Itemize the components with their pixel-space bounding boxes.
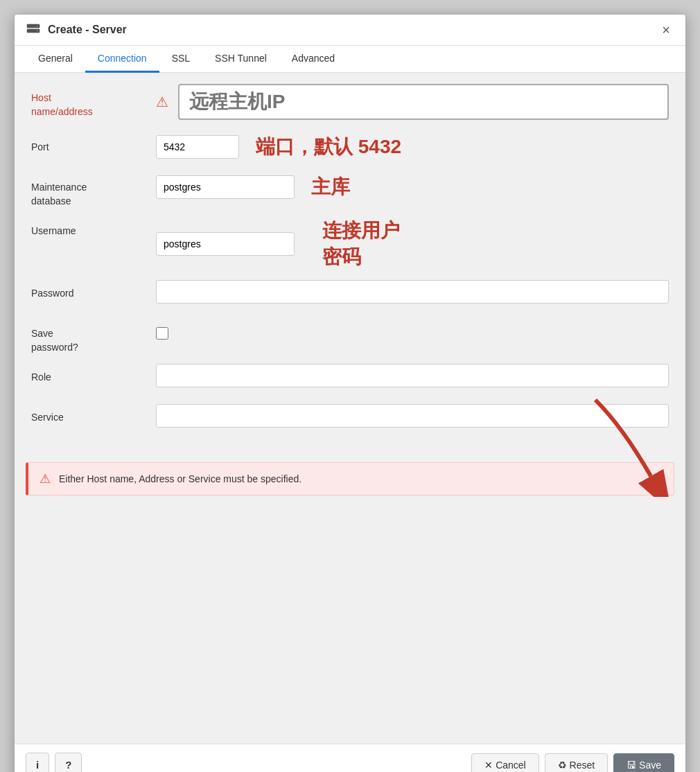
role-label: Role — [31, 364, 156, 385]
username-input[interactable] — [156, 232, 295, 256]
username-annotation: 连接用户 — [322, 218, 400, 244]
error-bar: ⚠ Either Host name, Address or Service m… — [26, 462, 674, 495]
tab-ssl[interactable]: SSL — [159, 46, 202, 73]
password-input[interactable] — [156, 280, 669, 304]
role-row: Role — [31, 364, 669, 394]
dialog-body: Hostname/address ⚠ Port 端口，默认 5432 Maint… — [15, 73, 685, 744]
username-label: Username — [31, 218, 156, 238]
service-input[interactable] — [156, 404, 669, 428]
port-input[interactable] — [156, 135, 239, 159]
server-icon — [26, 22, 41, 37]
error-message: Either Host name, Address or Service mus… — [59, 473, 644, 484]
host-input[interactable] — [178, 84, 669, 120]
tab-advanced[interactable]: Advanced — [279, 46, 347, 73]
role-control-wrap — [156, 364, 669, 387]
svg-point-2 — [37, 26, 38, 27]
error-warning-icon: ⚠ — [40, 471, 51, 486]
username-row: Username 连接用户 密码 — [31, 218, 669, 270]
cancel-button[interactable]: ✕ Cancel — [471, 753, 539, 773]
error-close-button[interactable]: ✕ — [652, 471, 663, 486]
dialog-title-area: Create - Server — [26, 22, 127, 37]
close-button[interactable]: × — [658, 21, 674, 38]
password-control-wrap — [156, 280, 669, 304]
maintenance-db-label: Maintenancedatabase — [31, 174, 156, 208]
host-row: Hostname/address ⚠ — [31, 84, 669, 120]
create-server-dialog: Create - Server × General Connection SSL… — [14, 14, 686, 772]
dialog-footer: i ? ✕ Cancel ♻ Reset 🖫 Save — [15, 744, 685, 772]
save-button[interactable]: 🖫 Save — [613, 753, 674, 773]
role-input[interactable] — [156, 364, 669, 387]
port-control-wrap: 端口，默认 5432 — [156, 134, 669, 160]
info-button[interactable]: i — [26, 753, 49, 772]
service-row: Service — [31, 404, 669, 435]
username-control-wrap: 连接用户 密码 — [156, 218, 669, 270]
form-area: Hostname/address ⚠ Port 端口，默认 5432 Maint… — [15, 73, 685, 455]
maintenance-db-annotation: 主库 — [311, 174, 350, 200]
password-annotation: 密码 — [322, 244, 400, 270]
save-password-row: Savepassword? — [31, 320, 669, 354]
save-password-control-wrap — [156, 320, 669, 340]
help-button[interactable]: ? — [55, 753, 82, 772]
dialog-header: Create - Server × — [15, 15, 685, 46]
maintenance-db-input[interactable] — [156, 175, 295, 199]
footer-right: ✕ Cancel ♻ Reset 🖫 Save — [471, 753, 674, 773]
tab-ssh-tunnel[interactable]: SSH Tunnel — [202, 46, 279, 73]
host-warning-icon: ⚠ — [156, 94, 173, 110]
maintenance-db-control-wrap: 主库 — [156, 174, 669, 200]
host-label: Hostname/address — [31, 85, 156, 119]
port-row: Port 端口，默认 5432 — [31, 134, 669, 164]
save-password-label: Savepassword? — [31, 320, 156, 354]
maintenance-db-row: Maintenancedatabase 主库 — [31, 174, 669, 208]
host-control-wrap: ⚠ — [156, 84, 669, 120]
tabs-bar: General Connection SSL SSH Tunnel Advanc… — [15, 46, 685, 73]
service-label: Service — [31, 404, 156, 425]
service-control-wrap — [156, 404, 669, 428]
dialog-title: Create - Server — [48, 24, 127, 36]
footer-left: i ? — [26, 753, 82, 772]
password-label: Password — [31, 280, 156, 301]
password-row: Password — [31, 280, 669, 310]
save-password-checkbox[interactable] — [156, 327, 168, 340]
tab-general[interactable]: General — [26, 46, 85, 73]
svg-point-3 — [37, 30, 38, 32]
reset-button[interactable]: ♻ Reset — [545, 753, 608, 773]
port-annotation: 端口，默认 5432 — [256, 134, 401, 160]
port-label: Port — [31, 134, 156, 155]
tab-connection[interactable]: Connection — [85, 46, 159, 73]
